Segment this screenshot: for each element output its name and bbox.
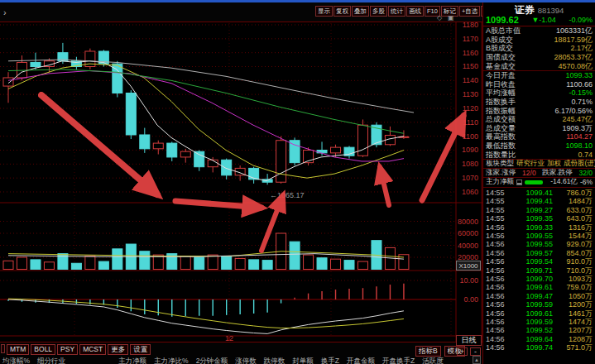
zoom-out-button[interactable]: -	[470, 347, 481, 356]
info-label: 基金成交	[486, 62, 516, 70]
price-axis-label: 1080	[462, 160, 478, 168]
tick-list[interactable]: 14:551099.41786.0万14:551099.411484万14:55…	[483, 188, 595, 352]
tick-time: 14:56	[486, 335, 511, 343]
diamond-icon[interactable]: ◇	[437, 15, 442, 22]
annotation-arrow	[380, 167, 389, 205]
bottom-function-5[interactable]: 涨停数	[235, 357, 257, 364]
macd-dea-line	[8, 299, 404, 328]
panel-info-row: A股总市值1063331亿	[483, 26, 595, 36]
bottom-function-2[interactable]: 主力净额	[118, 357, 146, 364]
bottom-function-11[interactable]: 活跃度	[422, 357, 444, 364]
price-axis-label: 1170	[463, 35, 478, 43]
panel-info-row: 指数量比0.74	[483, 150, 595, 159]
info-label: 指数振幅	[486, 107, 516, 115]
indicator-tab-BOLL[interactable]: BOLL	[31, 344, 55, 355]
info-label: A股成交	[486, 36, 513, 44]
sector-link-成份股(进)[interactable]: 成份股(进)	[564, 159, 595, 167]
tick-row: 14:561099.54910.0万	[483, 257, 595, 266]
tick-time: 14:56	[486, 300, 511, 309]
indicator-tab-MCST[interactable]: MCST	[79, 344, 106, 355]
panel-info-row: 最低指数1098.10	[483, 141, 595, 151]
tick-price: 1099.61	[511, 309, 553, 318]
volume-bar	[357, 261, 367, 269]
indicator-tab-PSY[interactable]: PSY	[57, 344, 78, 355]
bottom-function-6[interactable]: 跌停数	[264, 357, 286, 364]
candle-body	[276, 141, 286, 182]
panel-info-row: 平均涨幅-0.15%	[483, 89, 595, 98]
info-value: 1104.27	[566, 132, 593, 141]
price-axis-label: 1150	[463, 62, 478, 70]
info-value: 245.47亿	[562, 115, 593, 123]
decliners-value: 32/0	[578, 169, 593, 177]
zoom-in-button[interactable]: +	[457, 347, 468, 356]
toolbar-button-8[interactable]: +自选	[459, 6, 480, 17]
macd-axis-label: 10.00	[459, 276, 478, 285]
tick-price: 1099.64	[511, 335, 553, 343]
tick-time: 14:56	[486, 240, 511, 248]
market-summary-section: A股总市值1063331亿A股成交18817.59亿B股成交2.17亿国债成交2…	[483, 26, 595, 71]
mini-chart-icon[interactable]	[516, 180, 522, 185]
volume-axis-label: 20000	[458, 253, 478, 261]
main-net-label: 主力净额	[486, 177, 514, 187]
tick-row: 14:561099.331316万	[483, 223, 595, 231]
price-axis-label: 1060	[462, 188, 478, 196]
indicator-tab-MTM[interactable]: MTM	[7, 344, 29, 355]
scroll-up-button[interactable]: ▲	[473, 356, 481, 364]
bottom-function-4[interactable]: 2分钟金额	[196, 357, 228, 364]
info-value: 1100.66	[566, 80, 593, 89]
button-指标B[interactable]: 指标B	[415, 346, 441, 357]
candlestick-chart[interactable]: 1180117011601150114011301120111011001090…	[0, 22, 482, 342]
volume-bar	[140, 251, 150, 270]
tick-row: 14:561099.521207万	[483, 326, 595, 334]
period-selector[interactable]: 日线	[456, 335, 482, 346]
tab-scroll-stub[interactable]	[1, 344, 5, 353]
toolbar-button-4[interactable]: 统计	[388, 6, 405, 17]
bottom-function-9[interactable]: 开盘金额	[347, 357, 375, 364]
bottom-function-1[interactable]: 细分行业	[37, 357, 65, 364]
volume-bar	[304, 255, 314, 269]
collapse-caret[interactable]: ›	[3, 7, 7, 17]
volume-bar	[331, 259, 341, 269]
tick-time: 14:55	[486, 206, 511, 214]
quote-row: 1099.62 ▼-1.04 -0.09%	[483, 14, 595, 26]
bottom-function-3[interactable]: 主力净比%	[154, 357, 189, 364]
price-axis-label: 1160	[463, 49, 478, 57]
toolbar-button-0[interactable]: 显示	[315, 6, 333, 17]
bottom-function-0[interactable]: 均涨幅%	[2, 357, 30, 364]
tick-price: 1099.55	[511, 240, 553, 248]
candle-body	[262, 180, 272, 182]
layout-icon[interactable]: ▣	[448, 15, 454, 22]
volume-bar	[113, 249, 122, 270]
info-label: 指数量比	[486, 151, 516, 159]
candle-body	[194, 151, 204, 167]
toolbar-button-5[interactable]: 画线	[406, 6, 424, 17]
ma-line-MA120	[8, 60, 414, 113]
info-value: 6.17/0.56%	[554, 107, 593, 115]
volume-unit-label: X1000	[458, 262, 478, 270]
volume-bar	[344, 261, 354, 270]
bottom-function-8[interactable]: 换手Z	[321, 357, 339, 364]
toolbar-button-3[interactable]: 多股	[370, 6, 387, 17]
indicator-tab-设置[interactable]: 设置	[130, 344, 151, 355]
info-label: 今日开盘	[486, 71, 516, 79]
indicator-tab-更多[interactable]: 更多	[108, 344, 128, 355]
tick-time: 14:56	[486, 266, 511, 275]
tick-volume: 1461万	[553, 309, 593, 318]
macd-axis-label: 0.00	[463, 295, 478, 304]
zoom-controls: + -	[457, 347, 481, 356]
tick-row: 14:561099.551544万	[483, 232, 595, 240]
toolbar-button-1[interactable]: 复权	[333, 6, 351, 17]
panel-info-row: 总成交量1909.3万	[483, 124, 595, 133]
info-value: -0.15%	[569, 89, 593, 97]
toolbar-button-2[interactable]: 叠加	[352, 6, 369, 17]
volume-bar	[71, 263, 81, 269]
tick-price: 1099.54	[511, 257, 553, 266]
tick-volume: 710.0万	[553, 266, 593, 275]
sector-link-研究行业[interactable]: 研究行业	[516, 159, 545, 167]
info-label: 国债成交	[486, 53, 516, 61]
sector-link-加权[interactable]: 加权	[547, 159, 561, 167]
panel-info-row: 昨日收盘1100.66	[483, 80, 595, 89]
bottom-function-10[interactable]: 开盘换手Z	[382, 357, 415, 364]
bottom-function-7[interactable]: 封单额	[292, 357, 314, 364]
tick-time: 14:55	[486, 214, 511, 223]
